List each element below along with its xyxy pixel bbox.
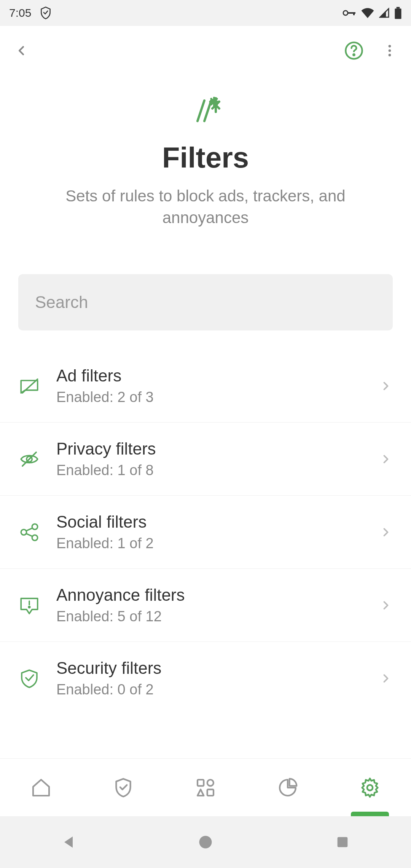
nav-settings[interactable]	[329, 759, 411, 816]
svg-rect-3	[397, 7, 400, 8]
svg-point-13	[21, 530, 27, 535]
nav-apps[interactable]	[164, 759, 247, 816]
page-subtitle: Sets of rules to block ads, trackers, an…	[18, 185, 393, 228]
shield-check-icon	[18, 667, 40, 689]
search-input[interactable]	[18, 274, 393, 330]
svg-line-16	[26, 528, 32, 531]
filter-item-privacy[interactable]: Privacy filters Enabled: 1 of 8	[0, 423, 411, 496]
svg-point-7	[389, 45, 391, 48]
svg-rect-2	[353, 12, 355, 15]
svg-point-24	[199, 836, 212, 849]
filter-subtitle: Enabled: 5 of 12	[56, 608, 379, 625]
filter-item-ad[interactable]: Ad filters Enabled: 2 of 3	[0, 349, 411, 423]
filter-title: Security filters	[56, 659, 379, 678]
filter-subtitle: Enabled: 1 of 2	[56, 535, 379, 552]
filter-item-annoyance[interactable]: Annoyance filters Enabled: 5 of 12	[0, 569, 411, 642]
key-icon	[342, 9, 356, 17]
svg-point-8	[389, 49, 391, 52]
filter-title: Ad filters	[56, 366, 379, 385]
chevron-right-icon	[379, 379, 393, 393]
page-title: Filters	[18, 141, 393, 174]
page-header: Filters Sets of rules to block ads, trac…	[0, 75, 411, 228]
system-recents-button[interactable]	[312, 834, 373, 850]
chevron-right-icon	[379, 672, 393, 685]
share-nodes-icon	[18, 521, 40, 543]
app-bar	[0, 26, 411, 75]
filter-list: Ad filters Enabled: 2 of 3 Privacy filte…	[0, 349, 411, 715]
svg-point-15	[32, 535, 38, 541]
system-back-button[interactable]	[38, 834, 99, 850]
filters-logo-icon	[188, 94, 223, 128]
filter-subtitle: Enabled: 2 of 3	[56, 389, 379, 405]
search-container	[0, 228, 411, 349]
filter-title: Social filters	[56, 512, 379, 531]
filter-subtitle: Enabled: 1 of 8	[56, 462, 379, 479]
signal-icon	[379, 8, 390, 18]
wifi-icon	[361, 8, 374, 18]
filter-item-social[interactable]: Social filters Enabled: 1 of 2	[0, 496, 411, 569]
svg-point-6	[353, 54, 354, 55]
status-time: 7:05	[9, 6, 31, 19]
chevron-right-icon	[379, 525, 393, 539]
help-button[interactable]	[344, 41, 364, 61]
annoyance-alert-icon	[18, 594, 40, 616]
svg-point-23	[367, 785, 373, 790]
status-bar: 7:05	[0, 0, 411, 26]
svg-point-21	[207, 780, 213, 786]
svg-rect-4	[395, 9, 401, 19]
shield-icon	[40, 6, 52, 20]
nav-home[interactable]	[0, 759, 82, 816]
svg-point-0	[343, 11, 348, 15]
svg-line-12	[22, 452, 36, 466]
battery-icon	[394, 7, 402, 19]
svg-rect-22	[207, 789, 213, 795]
eye-off-icon	[18, 448, 40, 470]
system-home-button[interactable]	[175, 834, 236, 850]
system-nav	[0, 816, 411, 868]
svg-rect-20	[198, 780, 204, 786]
ad-block-icon	[18, 375, 40, 397]
svg-line-17	[26, 534, 32, 536]
bottom-nav	[0, 758, 411, 816]
svg-rect-25	[338, 837, 348, 847]
chevron-right-icon	[379, 452, 393, 466]
filter-subtitle: Enabled: 0 of 2	[56, 681, 379, 698]
svg-point-19	[29, 606, 30, 608]
filter-item-security[interactable]: Security filters Enabled: 0 of 2	[0, 642, 411, 715]
filter-title: Privacy filters	[56, 439, 379, 458]
filter-title: Annoyance filters	[56, 586, 379, 605]
nav-protection[interactable]	[82, 759, 164, 816]
overflow-menu-button[interactable]	[382, 43, 397, 58]
back-button[interactable]	[14, 43, 29, 58]
chevron-right-icon	[379, 598, 393, 612]
svg-point-9	[389, 54, 391, 56]
svg-point-14	[32, 524, 38, 530]
nav-stats[interactable]	[247, 759, 329, 816]
